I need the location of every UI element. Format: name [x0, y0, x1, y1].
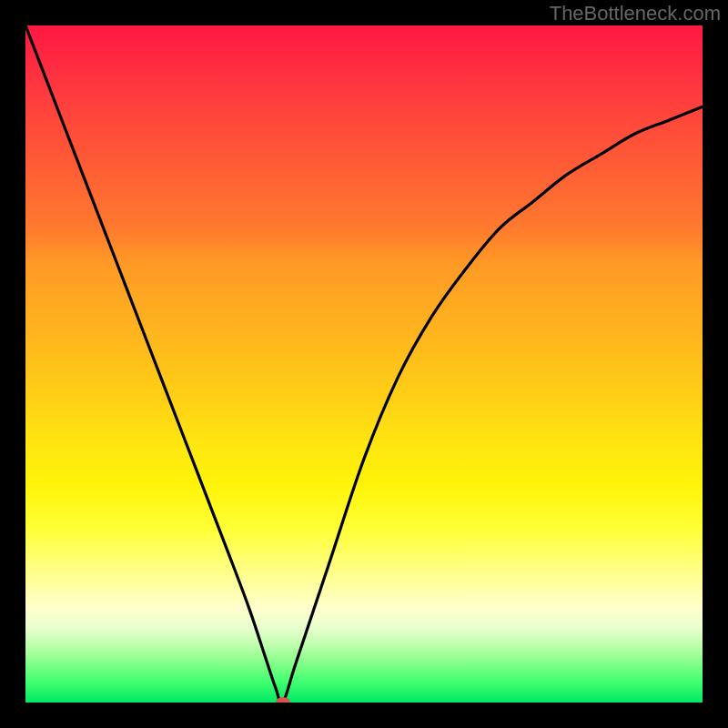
plot-area [25, 25, 703, 703]
curve-path [25, 25, 703, 703]
chart-frame: TheBottleneck.com [0, 0, 728, 728]
bottleneck-curve [25, 25, 703, 703]
watermark-text: TheBottleneck.com [550, 2, 721, 25]
optimum-marker [276, 697, 290, 703]
